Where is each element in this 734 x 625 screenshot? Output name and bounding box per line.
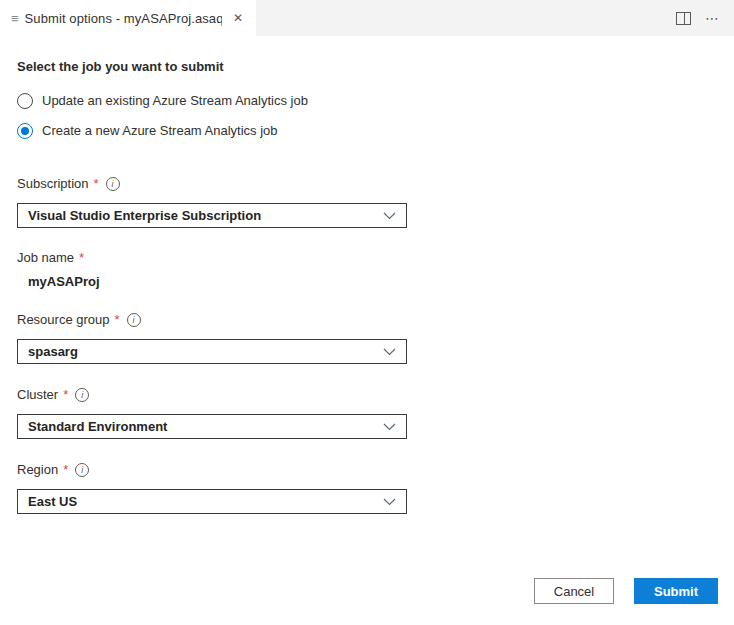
field-resource-group: Resource group * i spasarg xyxy=(17,312,717,364)
required-marker: * xyxy=(63,462,68,477)
info-icon[interactable]: i xyxy=(106,177,120,191)
field-label-row: Region * i xyxy=(17,462,717,477)
editor-actions: ⋯ xyxy=(676,0,734,36)
split-editor-icon[interactable] xyxy=(676,12,691,25)
chevron-down-icon xyxy=(383,212,396,220)
info-icon[interactable]: i xyxy=(75,388,89,402)
field-label: Region xyxy=(17,462,58,477)
required-marker: * xyxy=(115,312,120,327)
required-marker: * xyxy=(94,176,99,191)
job-name-value: myASAProj xyxy=(28,274,717,289)
more-actions-icon[interactable]: ⋯ xyxy=(705,11,720,25)
editor-tab-bar: ≡ Submit options - myASAProj.asaql ✕ ⋯ xyxy=(0,0,734,36)
cancel-button[interactable]: Cancel xyxy=(534,578,614,604)
field-label-row: Cluster * i xyxy=(17,387,717,402)
dropdown-selected-value: Standard Environment xyxy=(28,419,167,434)
radio-label: Create a new Azure Stream Analytics job xyxy=(42,123,278,138)
dropdown-selected-value: East US xyxy=(28,494,77,509)
radio-label: Update an existing Azure Stream Analytic… xyxy=(42,93,308,108)
form-footer: Cancel Submit xyxy=(534,578,718,604)
region-dropdown[interactable]: East US xyxy=(17,489,407,514)
field-label-row: Subscription * i xyxy=(17,176,717,191)
chevron-down-icon xyxy=(383,423,396,431)
file-icon: ≡ xyxy=(11,12,19,25)
chevron-down-icon xyxy=(383,498,396,506)
radio-update-existing-job[interactable]: Update an existing Azure Stream Analytic… xyxy=(17,90,717,111)
field-label-row: Job name * xyxy=(17,250,717,265)
field-cluster: Cluster * i Standard Environment xyxy=(17,387,717,439)
chevron-down-icon xyxy=(383,348,396,356)
radio-unselected-icon[interactable] xyxy=(17,93,33,109)
info-icon[interactable]: i xyxy=(75,463,89,477)
required-marker: * xyxy=(63,387,68,402)
tab-submit-options[interactable]: ≡ Submit options - myASAProj.asaql ✕ xyxy=(0,0,256,36)
subscription-dropdown[interactable]: Visual Studio Enterprise Subscription xyxy=(17,203,407,228)
field-label-row: Resource group * i xyxy=(17,312,717,327)
resource-group-dropdown[interactable]: spasarg xyxy=(17,339,407,364)
submit-button[interactable]: Submit xyxy=(634,578,718,604)
radio-selected-icon[interactable] xyxy=(17,123,33,139)
field-label: Job name xyxy=(17,250,74,265)
field-label: Cluster xyxy=(17,387,58,402)
info-icon[interactable]: i xyxy=(127,313,141,327)
field-region: Region * i East US xyxy=(17,462,717,514)
field-label: Resource group xyxy=(17,312,110,327)
form-heading: Select the job you want to submit xyxy=(17,59,717,74)
dropdown-selected-value: spasarg xyxy=(28,344,78,359)
submit-options-form: Select the job you want to submit Update… xyxy=(0,36,734,514)
field-label: Subscription xyxy=(17,176,89,191)
radio-create-new-job[interactable]: Create a new Azure Stream Analytics job xyxy=(17,120,717,141)
close-icon[interactable]: ✕ xyxy=(230,9,246,27)
field-job-name: Job name * myASAProj xyxy=(17,250,717,289)
dropdown-selected-value: Visual Studio Enterprise Subscription xyxy=(28,208,261,223)
required-marker: * xyxy=(79,250,84,265)
tab-title: Submit options - myASAProj.asaql xyxy=(25,11,222,26)
cluster-dropdown[interactable]: Standard Environment xyxy=(17,414,407,439)
field-subscription: Subscription * i Visual Studio Enterpris… xyxy=(17,176,717,228)
